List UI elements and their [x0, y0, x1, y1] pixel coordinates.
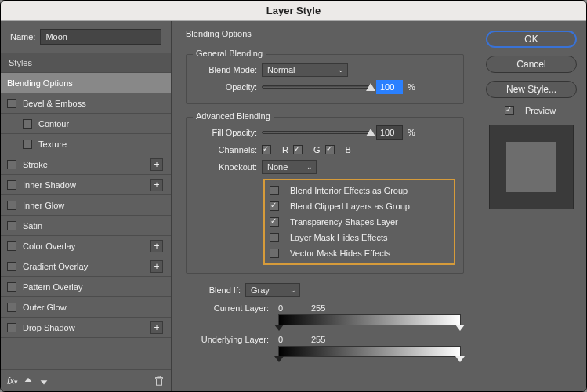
styles-item-label: Contour — [38, 119, 163, 129]
name-label: Name: — [10, 32, 35, 42]
styles-item-inner-shadow[interactable]: Inner Shadow+ — [1, 175, 171, 195]
underlying-layer-white-stop[interactable] — [455, 356, 465, 362]
add-effect-icon[interactable]: + — [150, 260, 163, 273]
styles-item-inner-glow[interactable]: Inner Glow — [1, 195, 171, 216]
styles-item-bevel-emboss[interactable]: Bevel & Emboss — [1, 93, 171, 114]
channel-r-label: R — [282, 145, 288, 154]
channel-b-label: B — [346, 145, 351, 154]
styles-item-label: Pattern Overlay — [23, 282, 163, 292]
center-column: Blending Options General Blending Blend … — [172, 21, 476, 391]
channel-b-checkbox[interactable] — [325, 145, 335, 154]
titlebar: Layer Style — [1, 1, 586, 21]
advanced-blending-group: Advanced Blending Fill Opacity: % Channe… — [186, 117, 464, 274]
style-checkbox[interactable] — [7, 221, 16, 230]
blend-if-select[interactable]: Gray ⌄ — [245, 283, 300, 297]
style-checkbox[interactable] — [23, 140, 32, 149]
style-checkbox[interactable] — [7, 99, 16, 108]
current-layer-white-stop[interactable] — [455, 325, 465, 331]
cancel-button[interactable]: Cancel — [486, 56, 577, 73]
right-column: OK Cancel New Style... Preview — [476, 21, 586, 391]
advanced-option-label: Transparency Shapes Layer — [290, 217, 398, 227]
styles-list: Blending OptionsBevel & EmbossContourTex… — [1, 73, 171, 338]
styles-item-label: Inner Glow — [23, 201, 163, 210]
advanced-option-checkbox[interactable] — [270, 186, 279, 195]
current-layer-gradient[interactable] — [278, 314, 461, 325]
styles-item-contour[interactable]: Contour — [1, 114, 171, 134]
add-effect-icon[interactable]: + — [150, 158, 163, 171]
advanced-option-row: Transparency Shapes Layer — [270, 215, 449, 229]
styles-item-blending-options[interactable]: Blending Options — [1, 73, 171, 93]
opacity-label: Opacity: — [196, 82, 257, 92]
advanced-option-label: Layer Mask Hides Effects — [290, 233, 388, 242]
trash-icon[interactable] — [154, 376, 165, 387]
add-effect-icon[interactable]: + — [150, 321, 163, 334]
advanced-option-checkbox[interactable] — [270, 233, 279, 242]
style-checkbox[interactable] — [7, 241, 16, 251]
general-blending-group: General Blending Blend Mode: Normal ⌄ Op… — [186, 54, 464, 104]
fill-opacity-slider[interactable] — [262, 131, 371, 134]
blend-if-label: Blend If: — [194, 285, 241, 295]
advanced-option-checkbox[interactable] — [270, 249, 279, 258]
advanced-option-checkbox[interactable] — [270, 217, 279, 227]
advanced-option-checkbox[interactable] — [270, 201, 279, 211]
preview-checkbox[interactable] — [505, 106, 514, 115]
channel-r-checkbox[interactable] — [262, 145, 271, 154]
knockout-label: Knockout: — [196, 162, 257, 172]
current-layer-high: 255 — [311, 303, 335, 313]
blend-mode-select[interactable]: Normal ⌄ — [262, 63, 348, 77]
style-checkbox[interactable] — [7, 262, 16, 271]
current-layer-black-stop[interactable] — [274, 325, 284, 331]
styles-item-texture[interactable]: Texture — [1, 134, 171, 154]
preview-swatch-inner — [506, 142, 556, 192]
new-style-button[interactable]: New Style... — [486, 81, 577, 98]
styles-item-stroke[interactable]: Stroke+ — [1, 154, 171, 175]
styles-item-satin[interactable]: Satin — [1, 216, 171, 236]
styles-item-drop-shadow[interactable]: Drop Shadow+ — [1, 318, 171, 338]
style-checkbox[interactable] — [7, 323, 16, 332]
style-checkbox[interactable] — [7, 282, 16, 292]
fx-icon[interactable]: fx▾ — [7, 376, 18, 387]
opacity-slider[interactable] — [262, 85, 371, 89]
left-column: Name: Styles Blending OptionsBevel & Emb… — [1, 21, 172, 391]
styles-item-color-overlay[interactable]: Color Overlay+ — [1, 236, 171, 256]
style-checkbox[interactable] — [7, 201, 16, 210]
style-checkbox[interactable] — [7, 180, 16, 190]
style-checkbox[interactable] — [7, 160, 16, 169]
add-effect-icon[interactable]: + — [150, 240, 163, 252]
dialog-content: Name: Styles Blending OptionsBevel & Emb… — [1, 21, 586, 391]
layer-style-dialog: Layer Style Name: Styles Blending Option… — [0, 0, 587, 392]
styles-footer: fx▾ — [1, 369, 171, 391]
fill-opacity-input[interactable] — [376, 125, 403, 140]
style-checkbox[interactable] — [7, 303, 16, 312]
current-layer-label: Current Layer: — [194, 303, 269, 313]
blend-mode-value: Normal — [267, 65, 295, 74]
styles-item-label: Texture — [38, 140, 163, 149]
general-blending-legend: General Blending — [193, 49, 266, 58]
arrow-up-icon[interactable] — [23, 376, 34, 387]
underlying-layer-black-stop[interactable] — [274, 356, 284, 362]
chevron-down-icon: ⌄ — [306, 163, 313, 171]
add-effect-icon[interactable]: + — [150, 179, 163, 191]
underlying-layer-gradient[interactable] — [278, 346, 461, 357]
channel-g-label: G — [313, 145, 321, 154]
underlying-layer-label: Underlying Layer: — [194, 335, 269, 344]
style-checkbox[interactable] — [23, 119, 32, 129]
name-input[interactable] — [40, 29, 161, 45]
styles-item-pattern-overlay[interactable]: Pattern Overlay — [1, 277, 171, 297]
styles-item-gradient-overlay[interactable]: Gradient Overlay+ — [1, 256, 171, 277]
opacity-unit: % — [408, 82, 415, 92]
channel-g-checkbox[interactable] — [293, 145, 303, 154]
ok-button[interactable]: OK — [486, 31, 577, 48]
styles-header: Styles — [1, 53, 171, 73]
chevron-down-icon: ⌄ — [290, 286, 296, 294]
advanced-option-row: Blend Clipped Layers as Group — [270, 199, 449, 213]
preview-label: Preview — [525, 106, 556, 115]
opacity-input[interactable] — [376, 80, 403, 94]
knockout-select[interactable]: None ⌄ — [262, 160, 317, 174]
styles-item-label: Blending Options — [7, 78, 163, 88]
styles-item-outer-glow[interactable]: Outer Glow — [1, 297, 171, 318]
styles-item-label: Satin — [23, 221, 163, 230]
arrow-down-icon[interactable] — [38, 376, 49, 387]
advanced-option-row: Vector Mask Hides Effects — [270, 246, 449, 260]
styles-item-label: Inner Shadow — [23, 180, 150, 190]
